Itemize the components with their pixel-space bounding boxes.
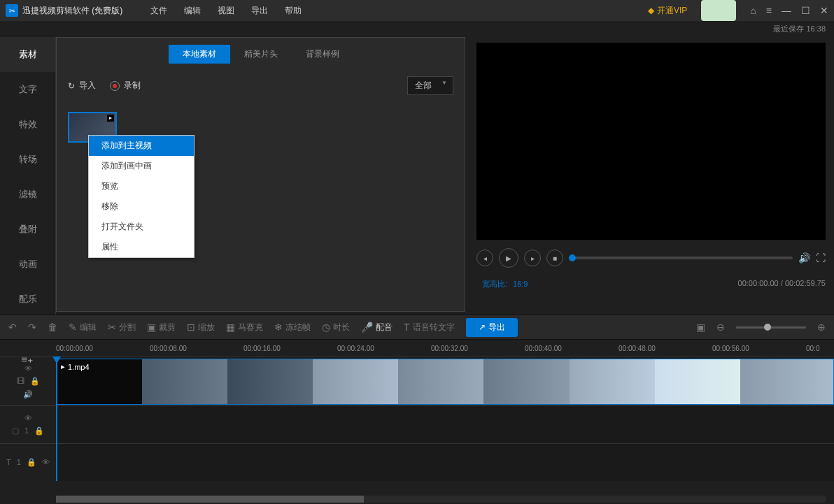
tick: 00:00:08.00	[150, 345, 187, 352]
diamond-icon: ◆	[648, 6, 654, 15]
mosaic-button[interactable]: ▦马赛克	[226, 322, 263, 333]
main-menu: 文件 编辑 视图 导出 帮助	[150, 5, 302, 17]
play-icon: ▸	[61, 362, 65, 371]
home-icon[interactable]: ⌂	[750, 5, 756, 16]
ctx-add-main-video[interactable]: 添加到主视频	[89, 136, 194, 156]
sidebar-tab-overlay[interactable]: 叠附	[0, 212, 55, 247]
tick: 00:0	[806, 345, 819, 352]
timeline-scrollbar[interactable]	[56, 496, 826, 503]
ctx-open-folder[interactable]: 打开文件夹	[89, 217, 194, 237]
next-frame-button[interactable]: ▸	[524, 250, 541, 266]
app-logo-icon: ✂	[6, 4, 18, 17]
tick: 00:00:48.00	[619, 345, 656, 352]
freeze-button[interactable]: ❄冻结帧	[274, 322, 311, 333]
mic-icon: 🎤	[361, 322, 373, 333]
import-button[interactable]: ↻ 导入	[68, 80, 96, 92]
preview-video[interactable]	[476, 43, 826, 240]
film-icon: 🎞	[17, 377, 24, 386]
lock-icon[interactable]: 🔒	[27, 458, 36, 467]
eye-icon[interactable]: 👁	[24, 364, 32, 373]
duration-button[interactable]: ◷时长	[322, 322, 350, 333]
sidebar-tab-filter[interactable]: 滤镜	[0, 177, 55, 212]
playhead[interactable]	[56, 357, 57, 481]
sidebar-tab-text[interactable]: 文字	[0, 72, 55, 107]
menu-icon[interactable]: ≡	[766, 5, 772, 16]
menu-edit[interactable]: 编辑	[184, 5, 201, 17]
clock-icon: ◷	[322, 322, 330, 333]
eye-icon[interactable]: 👁	[24, 414, 32, 422]
undo-icon: ↶	[8, 322, 17, 333]
mosaic-icon: ▦	[226, 322, 235, 333]
sidebar-tab-effects[interactable]: 特效	[0, 107, 55, 142]
user-avatar[interactable]	[701, 0, 736, 21]
voiceover-button[interactable]: 🎤配音	[361, 322, 393, 333]
speaker-icon[interactable]: 🔊	[23, 390, 33, 399]
volume-icon[interactable]: 🔊	[798, 252, 810, 264]
context-menu: 添加到主视频 添加到画中画 预览 移除 打开文件夹 属性	[88, 135, 195, 258]
record-button[interactable]: 录制	[110, 80, 141, 92]
speech2text-button[interactable]: T语音转文字	[404, 322, 455, 333]
crop-icon: ▣	[147, 322, 156, 333]
sidebar-tab-transition[interactable]: 转场	[0, 142, 55, 177]
minimize-icon[interactable]: —	[782, 5, 791, 16]
filter-select[interactable]: 全部	[407, 76, 453, 95]
ctx-remove[interactable]: 移除	[89, 196, 194, 217]
media-tab-intro[interactable]: 精美片头	[230, 45, 292, 64]
fullscreen-icon[interactable]: ⛶	[816, 252, 826, 264]
sidebar-tab-material[interactable]: 素材	[0, 37, 55, 72]
sidebar-tab-animation[interactable]: 动画	[0, 247, 55, 282]
crop-button[interactable]: ▣裁剪	[147, 322, 176, 333]
zoom-slider[interactable]	[736, 326, 806, 329]
menu-view[interactable]: 视图	[218, 5, 234, 17]
text-icon: T	[6, 458, 11, 467]
media-tab-background[interactable]: 背景样例	[292, 45, 353, 64]
timeline-toolbar: ↶ ↷ 🗑 ✎编辑 ✂分割 ▣裁剪 ⊡缩放 ▦马赛克 ❄冻结帧 ◷时长 🎤配音 …	[0, 315, 834, 340]
preview-progress[interactable]	[569, 257, 793, 259]
ctx-add-pip[interactable]: 添加到画中画	[89, 156, 194, 176]
undo-button[interactable]: ↶	[8, 322, 17, 333]
maximize-icon[interactable]: ☐	[801, 5, 810, 16]
eye-icon[interactable]: 👁	[42, 458, 50, 467]
tick: 00:00:40.00	[525, 345, 562, 352]
media-tab-local[interactable]: 本地素材	[169, 45, 230, 64]
pencil-icon: ✎	[69, 322, 77, 333]
sidebar-tab-music[interactable]: 配乐	[0, 282, 55, 317]
prev-frame-button[interactable]: ◂	[476, 250, 493, 266]
tick: 00:00:32.00	[431, 345, 468, 352]
zoom-out-button[interactable]: ⊖	[716, 322, 725, 333]
menu-file[interactable]: 文件	[150, 5, 167, 17]
app-title: 迅捷视频剪辑软件 (免费版)	[22, 5, 122, 17]
vip-button[interactable]: ◆ 开通VIP	[648, 5, 687, 17]
tick: 00:00:16.00	[243, 345, 281, 352]
video-clip[interactable]: ▸1.mp4	[56, 359, 834, 405]
save-status: 最近保存 16:38	[0, 21, 834, 37]
text-track: T1🔒👁	[0, 443, 834, 481]
menu-help[interactable]: 帮助	[285, 5, 302, 17]
delete-button[interactable]: 🗑	[48, 322, 57, 333]
export-button[interactable]: ↗导出	[466, 318, 518, 337]
tick: 00:00:00.00	[56, 345, 93, 352]
snapshot-button[interactable]: ▣	[696, 322, 705, 333]
ctx-preview[interactable]: 预览	[89, 176, 194, 196]
lock-icon[interactable]: 🔒	[34, 426, 44, 435]
redo-button[interactable]: ↷	[28, 322, 36, 333]
zoom-in-button[interactable]: ⊕	[817, 322, 826, 333]
play-button[interactable]: ▶	[499, 248, 518, 268]
aspect-ratio: 宽高比:16:9	[476, 279, 528, 289]
redo-icon: ↷	[28, 322, 36, 333]
ctx-properties[interactable]: 属性	[89, 237, 194, 257]
tick: 00:00:24.00	[337, 345, 374, 352]
split-button[interactable]: ✂分割	[108, 322, 136, 333]
edit-button[interactable]: ✎编辑	[69, 322, 97, 333]
timeline-ruler[interactable]: 00:00:00.00 00:00:08.00 00:00:16.00 00:0…	[0, 340, 834, 357]
menu-export[interactable]: 导出	[251, 5, 268, 17]
video-track: 👁 🎞🔒 🔊 ▸1.mp4	[0, 357, 834, 405]
freeze-icon: ❄	[274, 322, 283, 333]
zoom-button[interactable]: ⊡缩放	[187, 322, 215, 333]
scissors-icon: ✂	[108, 322, 116, 333]
record-icon	[110, 81, 120, 91]
stop-button[interactable]: ■	[546, 250, 563, 266]
preview-panel: ◂ ▶ ▸ ■ 🔊 ⛶ 宽高比:16:9 00:00:00.00 / 00:02…	[468, 37, 834, 315]
close-icon[interactable]: ✕	[820, 5, 828, 16]
lock-icon[interactable]: 🔒	[30, 377, 40, 386]
